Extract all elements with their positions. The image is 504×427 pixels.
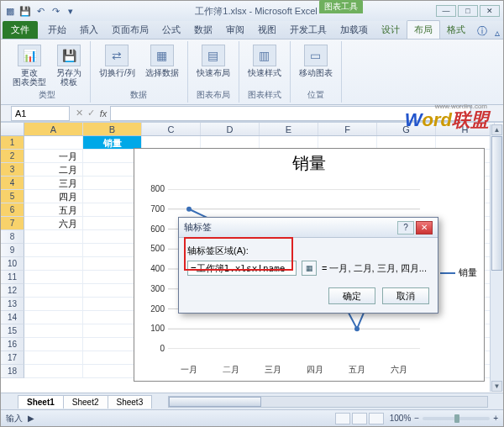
view-pagebreak-button[interactable] [369, 413, 384, 424]
tab-addins[interactable]: 加载项 [333, 21, 375, 39]
row-header[interactable]: 2 [1, 150, 24, 163]
grid-cell[interactable]: 一月 [24, 150, 83, 163]
tab-layout[interactable]: 布局 [407, 20, 440, 39]
macro-record-icon[interactable]: ▶ [28, 414, 34, 423]
row-header[interactable]: 1 [1, 136, 24, 150]
tab-developer[interactable]: 开发工具 [283, 21, 333, 39]
data-point[interactable] [354, 326, 360, 331]
ribbon-button[interactable]: ▤快速布局 [193, 43, 234, 79]
grid-cell[interactable] [24, 338, 83, 351]
chart-title[interactable]: 销量 [134, 149, 484, 177]
name-box[interactable] [11, 106, 70, 121]
tab-pagelayout[interactable]: 页面布局 [105, 21, 155, 39]
ribbon-button[interactable]: ⇄切换行/列 [96, 43, 139, 79]
scroll-thumb[interactable] [491, 136, 502, 271]
tab-file[interactable]: 文件 [3, 21, 38, 39]
fx-icon[interactable]: fx [97, 108, 110, 119]
grid-cell[interactable] [24, 324, 83, 338]
grid-cell[interactable] [24, 365, 83, 378]
tab-home[interactable]: 开始 [41, 21, 73, 39]
ok-button[interactable]: 确定 [328, 287, 375, 304]
grid-cell[interactable] [24, 311, 83, 324]
grid-cell[interactable]: 二月 [24, 163, 83, 177]
scroll-up-arrow[interactable]: ▲ [491, 124, 502, 135]
grid-cell[interactable] [24, 230, 83, 244]
view-normal-button[interactable] [335, 413, 350, 424]
dialog-help-button[interactable]: ? [397, 221, 414, 235]
vertical-scrollbar[interactable]: ▲ ▼ [490, 124, 503, 392]
col-header[interactable]: D [201, 123, 260, 135]
grid-cell[interactable] [24, 244, 83, 257]
zoom-thumb[interactable] [454, 414, 459, 423]
zoom-slider[interactable] [423, 417, 490, 420]
row-header[interactable]: 18 [1, 365, 24, 378]
row-header[interactable]: 4 [1, 177, 24, 190]
col-header[interactable]: F [318, 123, 377, 135]
grid-cell[interactable] [24, 271, 83, 284]
row-header[interactable]: 16 [1, 338, 24, 351]
enter-formula-icon[interactable]: ✓ [85, 108, 97, 119]
zoom-in-button[interactable]: + [493, 414, 498, 423]
ribbon-button[interactable]: ▥快速样式 [244, 43, 285, 79]
tab-data[interactable]: 数据 [187, 21, 219, 39]
restore-button[interactable]: □ [458, 5, 478, 17]
ribbon-button[interactable]: 💾另存为模板 [53, 43, 85, 88]
sheet-tab[interactable]: Sheet3 [108, 395, 153, 409]
row-header[interactable]: 7 [1, 217, 24, 230]
col-header[interactable]: A [24, 123, 83, 135]
col-header[interactable]: C [142, 123, 201, 135]
redo-icon[interactable]: ↷ [50, 5, 61, 17]
tab-format[interactable]: 格式 [440, 21, 472, 39]
grid-cell[interactable]: 五月 [24, 203, 83, 217]
legend[interactable]: 销量 [440, 266, 477, 279]
row-header[interactable]: 13 [1, 298, 24, 311]
tab-review[interactable]: 审阅 [219, 21, 251, 39]
row-header[interactable]: 5 [1, 190, 24, 203]
sheet-tab[interactable]: Sheet1 [18, 395, 64, 409]
grid-cell[interactable] [24, 136, 83, 150]
ribbon-button[interactable]: ▭移动图表 [296, 43, 336, 79]
row-header[interactable]: 14 [1, 311, 24, 324]
col-header[interactable]: B [83, 123, 142, 135]
sheet-tab[interactable]: Sheet2 [63, 395, 108, 409]
row-header[interactable]: 12 [1, 284, 24, 298]
scroll-thumb[interactable] [169, 397, 261, 407]
grid-cell[interactable] [24, 351, 83, 365]
qat-customize-icon[interactable]: ▾ [65, 5, 76, 17]
grid-cell[interactable]: 四月 [24, 190, 83, 203]
scroll-down-arrow[interactable]: ▼ [491, 381, 502, 392]
row-header[interactable]: 15 [1, 324, 24, 338]
axis-range-input[interactable] [187, 261, 297, 276]
tab-design[interactable]: 设计 [375, 21, 407, 39]
col-header[interactable]: H [436, 123, 495, 135]
formula-input[interactable] [110, 106, 471, 121]
row-header[interactable]: 9 [1, 244, 24, 257]
dialog-titlebar[interactable]: 轴标签 ? ✕ [179, 218, 438, 238]
row-header[interactable]: 8 [1, 230, 24, 244]
row-header[interactable]: 10 [1, 257, 24, 271]
col-header[interactable]: G [377, 123, 436, 135]
grid-cell[interactable] [24, 298, 83, 311]
row-header[interactable]: 3 [1, 163, 24, 177]
save-icon[interactable]: 💾 [19, 5, 31, 17]
data-point[interactable] [186, 207, 192, 212]
select-all-corner[interactable] [1, 123, 24, 135]
horizontal-scrollbar[interactable] [168, 396, 488, 408]
grid-cell[interactable]: 六月 [24, 217, 83, 230]
grid-cell[interactable] [24, 257, 83, 271]
col-header[interactable]: E [260, 123, 318, 135]
view-pagelayout-button[interactable] [352, 413, 367, 424]
minimize-ribbon-icon[interactable]: ▵ [495, 27, 500, 39]
minimize-button[interactable]: — [436, 5, 456, 17]
grid-cell[interactable]: 三月 [24, 177, 83, 190]
zoom-out-button[interactable]: − [414, 414, 419, 423]
grid-cell[interactable] [24, 284, 83, 298]
close-button[interactable]: ✕ [480, 5, 500, 17]
tab-insert[interactable]: 插入 [73, 21, 105, 39]
row-header[interactable]: 17 [1, 351, 24, 365]
cancel-button[interactable]: 取消 [382, 287, 429, 304]
row-header[interactable]: 11 [1, 271, 24, 284]
undo-icon[interactable]: ↶ [34, 5, 46, 17]
tab-formulas[interactable]: 公式 [155, 21, 187, 39]
tab-view[interactable]: 视图 [251, 21, 283, 39]
